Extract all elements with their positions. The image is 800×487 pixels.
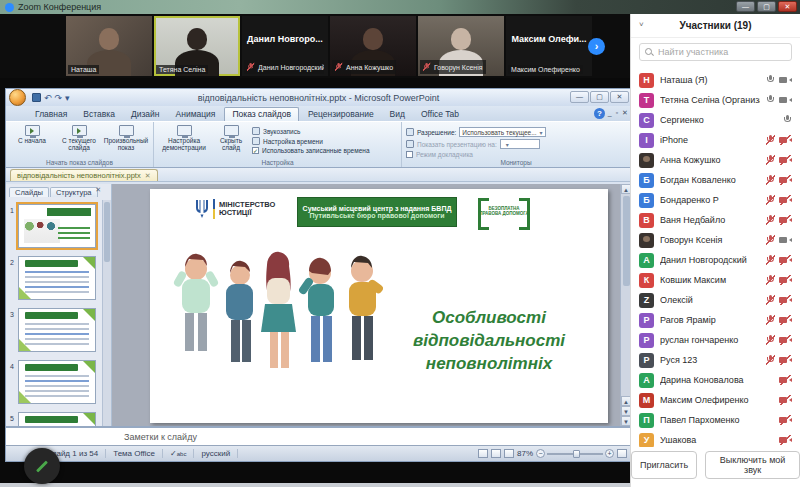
- participant-row[interactable]: У Ушакова: [631, 430, 800, 447]
- zoom-out-icon[interactable]: −: [536, 449, 545, 458]
- mic-muted-icon[interactable]: [766, 134, 775, 146]
- participant-row[interactable]: С Сергиенко: [631, 110, 800, 130]
- chevron-down-icon[interactable]: ˅: [639, 20, 644, 29]
- slide-thumbnail-5[interactable]: 5: [18, 412, 96, 426]
- close-icon[interactable]: ✕: [778, 1, 797, 12]
- show-on-dropdown[interactable]: ▾: [500, 139, 540, 149]
- camera-muted-icon[interactable]: [779, 155, 792, 165]
- next-videos-button[interactable]: ›: [588, 38, 605, 55]
- camera-muted-icon[interactable]: [779, 255, 792, 265]
- participant-row[interactable]: Б Бондаренко Р: [631, 190, 800, 210]
- tab-view[interactable]: Вид: [383, 108, 412, 121]
- participant-row[interactable]: В Ваня Недбайло: [631, 210, 800, 230]
- minimize-icon[interactable]: —: [736, 1, 755, 12]
- camera-muted-icon[interactable]: [779, 195, 792, 205]
- mic-icon[interactable]: [766, 94, 775, 106]
- mic-muted-icon[interactable]: [766, 194, 775, 206]
- annotation-button[interactable]: [24, 448, 60, 484]
- video-tile-active-speaker[interactable]: Тетяна Селіна: [154, 16, 240, 76]
- resolution-dropdown[interactable]: Использовать текущее...▾: [459, 127, 545, 137]
- zoom-slider[interactable]: − +: [536, 449, 614, 458]
- tab-review[interactable]: Рецензирование: [301, 108, 381, 121]
- slides-panel-scrollbar[interactable]: [102, 200, 111, 426]
- camera-muted-icon[interactable]: [779, 295, 792, 305]
- use-timings-checkbox[interactable]: ✓ Использовать записанные времена: [252, 147, 370, 154]
- panel-close-icon[interactable]: ✕: [95, 186, 101, 194]
- participant-row[interactable]: Говорун Ксенія: [631, 230, 800, 250]
- video-tile[interactable]: Данил Новгоро... Данил Новгородский: [242, 16, 328, 76]
- presenter-mode-checkbox[interactable]: Режим докладчика: [406, 151, 626, 158]
- participant-row[interactable]: П Павел Пархоменко: [631, 410, 800, 430]
- participant-row[interactable]: Анна Кожушко: [631, 150, 800, 170]
- tab-insert[interactable]: Вставка: [76, 108, 122, 121]
- video-tile[interactable]: Наташа: [66, 16, 152, 76]
- camera-icon[interactable]: [779, 95, 792, 105]
- from-beginning-button[interactable]: С начала: [10, 124, 54, 152]
- slideshow-view-icon[interactable]: [504, 449, 514, 458]
- zoom-in-icon[interactable]: +: [605, 449, 614, 458]
- participant-row[interactable]: М Максим Олефиренко: [631, 390, 800, 410]
- video-tile[interactable]: Анна Кожушко: [330, 16, 416, 76]
- participant-row[interactable]: А Дарина Коновалова: [631, 370, 800, 390]
- mute-my-audio-button[interactable]: Выключить мой звук: [705, 451, 800, 479]
- mic-muted-icon[interactable]: [766, 154, 775, 166]
- fit-to-window-icon[interactable]: [617, 449, 627, 458]
- tab-home[interactable]: Главная: [28, 108, 74, 121]
- participant-row[interactable]: Т Тетяна Селіна (Организатор): [631, 90, 800, 110]
- tab-slideshow[interactable]: Показ слайдов: [224, 107, 299, 121]
- mic-muted-icon[interactable]: [766, 254, 775, 266]
- current-slide[interactable]: МІНІСТЕРСТВОЮСТИЦІЇ Сумський місцевий це…: [150, 189, 608, 423]
- mic-muted-icon[interactable]: [766, 214, 775, 226]
- language-indicator[interactable]: русский: [194, 449, 238, 458]
- slide-thumbnail-3[interactable]: 3: [18, 308, 96, 352]
- mic-muted-icon[interactable]: [766, 294, 775, 306]
- tab-close-icon[interactable]: ✕: [145, 172, 151, 180]
- search-input[interactable]: Найти участника: [639, 43, 792, 61]
- mic-muted-icon[interactable]: [766, 274, 775, 286]
- notes-area[interactable]: Заметки к слайду: [6, 426, 631, 445]
- participant-row[interactable]: Р Рагов Ярамір: [631, 310, 800, 330]
- tab-outline[interactable]: Структура: [50, 187, 98, 197]
- tab-design[interactable]: Дизайн: [124, 108, 167, 121]
- participant-row[interactable]: Б Богдан Коваленко: [631, 170, 800, 190]
- mic-muted-icon[interactable]: [766, 354, 775, 366]
- camera-icon[interactable]: [779, 75, 792, 85]
- scrollbar-thumb[interactable]: [623, 196, 630, 286]
- camera-muted-icon[interactable]: [779, 375, 792, 385]
- slide-thumbnail-2[interactable]: 2: [18, 256, 96, 300]
- participant-row[interactable]: Р руслан гончаренко: [631, 330, 800, 350]
- camera-muted-icon[interactable]: [779, 355, 792, 365]
- participant-row[interactable]: Н Наташа (Я): [631, 70, 800, 90]
- camera-muted-icon[interactable]: [779, 175, 792, 185]
- slide-thumbnail-4[interactable]: 4: [18, 360, 96, 404]
- record-narration-button[interactable]: Звукозапись: [252, 127, 370, 135]
- hide-slide-button[interactable]: Скрыть слайд: [214, 124, 248, 154]
- maximize-icon[interactable]: ▢: [757, 1, 776, 12]
- mic-icon[interactable]: [783, 114, 792, 126]
- normal-view-icon[interactable]: [478, 449, 488, 458]
- video-tile[interactable]: Говорун Ксенія: [418, 16, 504, 76]
- rehearse-timings-button[interactable]: Настройка времени: [252, 137, 370, 145]
- tab-slides[interactable]: Слайды: [9, 187, 49, 197]
- camera-muted-icon[interactable]: [779, 335, 792, 345]
- document-tab[interactable]: відповідальність неповнолітніх.pptx ✕: [10, 169, 158, 181]
- tab-animation[interactable]: Анимация: [169, 108, 223, 121]
- mic-muted-icon[interactable]: [766, 234, 775, 246]
- help-icon[interactable]: ?: [594, 108, 605, 119]
- participant-row[interactable]: Р Руся 123: [631, 350, 800, 370]
- document-window-controls[interactable]: _ ▫ ✕: [608, 109, 629, 117]
- camera-muted-icon[interactable]: [779, 135, 792, 145]
- ppt-minimize-icon[interactable]: —: [570, 91, 589, 103]
- camera-muted-icon[interactable]: [779, 415, 792, 425]
- ppt-close-icon[interactable]: ✕: [610, 91, 629, 103]
- slide-thumbnail-1[interactable]: 1: [18, 204, 96, 248]
- participant-row[interactable]: А Данил Новгородский: [631, 250, 800, 270]
- setup-show-button[interactable]: Настройка демонстрации: [158, 124, 210, 154]
- camera-muted-icon[interactable]: [779, 435, 792, 445]
- camera-muted-icon[interactable]: [779, 215, 792, 225]
- video-tile[interactable]: Максим Олефи... Максим Олефиренко: [506, 16, 592, 76]
- tab-office-tab[interactable]: Office Tab: [414, 108, 466, 121]
- camera-icon[interactable]: [779, 235, 792, 245]
- camera-muted-icon[interactable]: [779, 395, 792, 405]
- zoom-slider-thumb[interactable]: [573, 450, 580, 458]
